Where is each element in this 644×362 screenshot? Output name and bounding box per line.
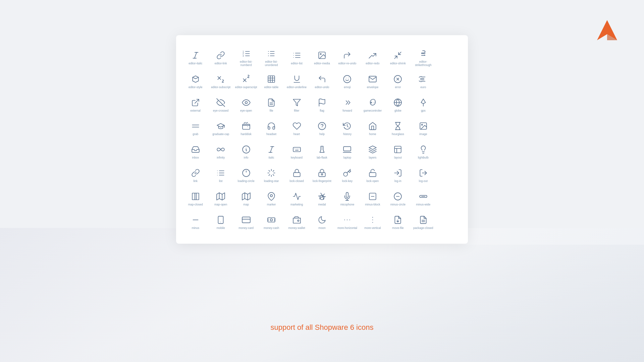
package-closed-icon — [418, 215, 428, 225]
icon-cell-minus: minus — [183, 210, 208, 234]
icon-cell-empty-5 — [436, 140, 461, 163]
icon-cell-mobile: mobile — [208, 210, 233, 234]
editor-list-unordered-icon — [266, 49, 276, 59]
svg-line-65 — [270, 147, 273, 153]
svg-point-15 — [268, 53, 269, 54]
marker-icon — [266, 191, 276, 201]
icon-cell-headset: headset — [259, 116, 284, 140]
icon-cell-more-horizontal: more-horizontal — [335, 210, 360, 234]
icon-cell-map-closed: map-closed — [183, 187, 208, 210]
italic-icon — [266, 144, 276, 155]
icon-cell-lock-closed: lock-closed — [284, 163, 309, 187]
log-in-icon — [393, 168, 403, 178]
icon-cell-editor-redo: editor-redo — [360, 45, 385, 69]
icon-cell-inbox: inbox — [183, 140, 208, 163]
icon-cell-marker: marker — [259, 187, 284, 210]
editor-media-icon — [317, 50, 327, 60]
icon-cell-lock-fingerprint: lock-fingerprint — [309, 163, 334, 187]
loading-star-icon — [266, 168, 276, 178]
layers-icon — [368, 144, 378, 155]
editor-list-icon — [292, 50, 302, 60]
icon-cell-error: error — [385, 69, 411, 93]
icon-cell-gamecontroler: gamecontroler — [360, 93, 385, 116]
lock-open-icon — [368, 168, 378, 178]
money-card-icon — [241, 215, 251, 225]
icon-cell-eye-crossed: eye-crossed — [208, 93, 233, 116]
icon-cell-home: home — [360, 116, 385, 140]
editor-re-undo-icon — [342, 50, 352, 60]
medal-icon — [317, 191, 327, 201]
image-icon — [418, 121, 428, 131]
svg-text:3: 3 — [243, 55, 244, 57]
svg-line-96 — [273, 171, 274, 172]
icon-cell-editor-list-numberd: 123 editor-list-numberd — [233, 45, 259, 69]
icon-cell-history: history — [335, 116, 360, 140]
gps-icon — [418, 98, 428, 108]
svg-rect-66 — [293, 147, 301, 152]
icon-cell-lock-key: lock-key — [335, 163, 360, 187]
error-icon — [393, 74, 403, 84]
svg-point-133 — [372, 220, 373, 220]
map-icon — [241, 191, 251, 201]
money-wallet-icon — [292, 215, 302, 225]
eye-open-icon — [241, 98, 251, 108]
svg-rect-126 — [268, 218, 275, 222]
icon-cell-editor-shrink: editor-shrink — [385, 45, 411, 69]
logo-mark — [597, 20, 617, 40]
icon-cell-editor-underline: editor-underline — [284, 69, 309, 93]
icon-cell-map-open: map-open — [208, 187, 233, 210]
icon-cell-minus-circle: minus-circle — [385, 187, 411, 210]
lock-key-icon — [342, 168, 352, 178]
svg-line-4 — [194, 52, 197, 58]
icon-cell-external: external — [183, 93, 208, 116]
home-icon — [368, 121, 378, 131]
icon-cell-gps: gps — [411, 93, 436, 116]
svg-point-88 — [243, 169, 250, 177]
svg-point-33 — [344, 75, 351, 83]
editor-superscript-icon — [241, 74, 251, 84]
icon-cell-empty-1 — [436, 45, 461, 69]
filter-icon — [292, 98, 302, 108]
info-icon — [241, 144, 251, 155]
icon-cell-move-file: move-file — [385, 210, 411, 234]
moon-icon — [317, 215, 327, 225]
background-decoration — [0, 228, 644, 362]
icon-cell-empty-3 — [436, 93, 461, 116]
icon-cell-filter: filter — [284, 93, 309, 116]
svg-rect-100 — [369, 173, 376, 177]
more-horizontal-icon — [342, 215, 352, 225]
globe-icon — [393, 98, 403, 108]
icon-cell-help: help — [309, 116, 334, 140]
link-icon — [191, 168, 201, 178]
bottom-text-highlight: Shopware 6 icons — [315, 323, 374, 331]
icon-cell-keyboard: keyboard — [284, 140, 309, 163]
help-icon — [317, 121, 327, 131]
minus-icon — [191, 215, 201, 225]
icon-cell-editor-table: editor-table — [259, 69, 284, 93]
mobile-icon — [216, 215, 226, 225]
svg-point-129 — [344, 220, 345, 220]
icon-cell-image: image — [411, 116, 436, 140]
svg-point-43 — [245, 102, 247, 104]
svg-point-111 — [270, 195, 273, 197]
icon-cell-layers: layers — [360, 140, 385, 163]
bottom-tagline: support of all Shopware 6 icons — [271, 323, 374, 332]
icon-cell-editor-media: editor-media — [309, 45, 334, 69]
lock-closed-icon — [292, 168, 302, 178]
marketing-icon — [292, 191, 302, 201]
icon-cell-minus-block: minus-block — [360, 187, 385, 210]
icon-cell-money-wallet: money-wallet — [284, 210, 309, 234]
svg-marker-76 — [369, 146, 376, 149]
icon-cell-marketing: marketing — [284, 187, 309, 210]
icon-cell-editor-list: editor-list — [284, 45, 309, 69]
euro-icon — [418, 74, 428, 84]
svg-point-60 — [421, 124, 422, 125]
icon-cell-italic: italic — [259, 140, 284, 163]
icon-cell-log-in: log-in — [385, 163, 411, 187]
svg-rect-98 — [319, 173, 325, 177]
icon-cell-globe: globe — [385, 93, 411, 116]
editor-redo-icon — [368, 50, 378, 60]
file-icon — [266, 98, 276, 108]
editor-strikethrough-icon — [418, 49, 428, 59]
icon-cell-editor-italic: editor-italic — [183, 45, 208, 69]
